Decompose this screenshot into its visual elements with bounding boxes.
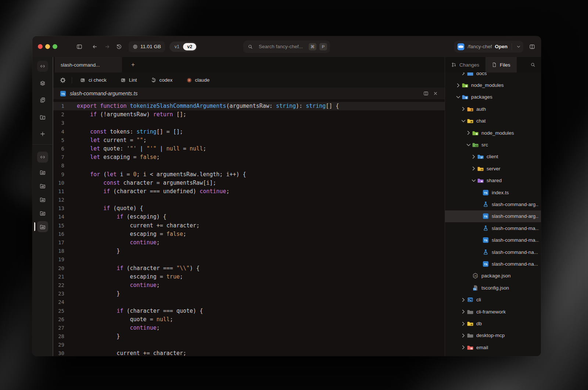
code-text: let escaping = false; xyxy=(77,153,160,162)
code-line-14: 14 if (escaping) { xyxy=(53,213,445,221)
new-tab-button[interactable]: + xyxy=(122,57,144,72)
tree-item-slash-command-na-[interactable]: TSslash-command-na... xyxy=(445,258,541,270)
line-number: 7 xyxy=(53,153,64,162)
chevron-spacer xyxy=(465,273,472,279)
chevron-right-icon xyxy=(460,321,467,327)
close-file-button[interactable] xyxy=(433,91,438,96)
toolbar-action-claude[interactable]: claude xyxy=(184,77,212,83)
rail-item-plus[interactable] xyxy=(34,125,51,142)
tab-changes[interactable]: Changes xyxy=(445,57,485,72)
chevron-spacer xyxy=(475,261,483,267)
line-number: 8 xyxy=(53,162,64,170)
tree-item-desktop-mcp[interactable]: desktop-mcp xyxy=(445,330,541,341)
toolbar-action-codex[interactable]: codex xyxy=(149,77,175,83)
tree-item-cli-framework[interactable]: cli-framework xyxy=(445,306,541,318)
folder-green-icon xyxy=(462,82,468,88)
tree-item-label: desktop-mcp xyxy=(476,333,505,338)
tree-item-label: index.ts xyxy=(492,190,509,195)
rail-item-folder-git[interactable] xyxy=(34,206,51,220)
line-number: 13 xyxy=(53,204,64,213)
tree-item-chat[interactable]: chat xyxy=(445,115,541,127)
rail-item-folder-git[interactable] xyxy=(34,179,51,192)
chevron-right-icon xyxy=(460,297,467,303)
line-number: 17 xyxy=(53,238,64,247)
toolbar-action-ci-check[interactable]: ci check xyxy=(78,77,109,83)
ide-window: 11.01 GB v1 v2 Search fancy-chef... ⌘ P … xyxy=(32,36,541,356)
rail-divider xyxy=(32,144,53,145)
code-editor[interactable]: 1export function tokenizeSlashCommandArg… xyxy=(53,100,445,356)
toolbar-action-lint[interactable]: Lint xyxy=(118,77,139,83)
project-selector[interactable]: /fancy-chef Open xyxy=(454,41,523,53)
chevron-right-icon xyxy=(470,166,477,171)
svg-text:TS: TS xyxy=(61,92,65,96)
toggle-right-panel-button[interactable] xyxy=(529,44,535,50)
tree-item-slash-command-arg-[interactable]: TSslash-command-arg... xyxy=(445,210,541,222)
code-text: } xyxy=(77,290,120,298)
tab-slash-command[interactable]: slash-command... xyxy=(55,57,122,72)
rail-item-folder-git[interactable] xyxy=(34,165,51,179)
folder-gray-icon xyxy=(467,332,473,338)
code-text: if (!argumentsRaw) return []; xyxy=(77,110,186,119)
tree-item-index-ts[interactable]: TSindex.ts xyxy=(445,187,541,198)
tree-item-tsconfig-json[interactable]: TStsconfig.json xyxy=(445,282,541,294)
code-text: const character = argumentsRaw[i]; xyxy=(77,179,216,187)
right-panel: Changes Files docsnode_modulespackagesau… xyxy=(445,57,541,356)
tree-item-db[interactable]: db xyxy=(445,318,541,329)
history-button[interactable] xyxy=(116,44,122,50)
code-text: continue; xyxy=(77,281,160,290)
toggle-sidebar-button[interactable] xyxy=(76,44,82,50)
line-number: 25 xyxy=(53,307,64,315)
code-line-16: 16 escaping = false; xyxy=(53,230,445,238)
tree-item-slash-command-ma-[interactable]: slash-command-ma... xyxy=(445,222,541,234)
rail-item-folder-git[interactable] xyxy=(34,220,51,233)
code-text: escaping = false; xyxy=(77,230,186,238)
storage-indicator[interactable]: 11.01 GB xyxy=(129,41,165,52)
tree-item-node-modules[interactable]: node_modules xyxy=(445,127,541,139)
chevron-right-icon xyxy=(470,154,477,160)
tree-item-label: slash-command-na... xyxy=(492,261,538,267)
tree-item-email[interactable]: email xyxy=(445,341,541,353)
line-number: 1 xyxy=(53,102,64,110)
rail-item-folder-git[interactable] xyxy=(34,192,51,206)
tree-item-slash-command-arg-[interactable]: slash-command-arg... xyxy=(445,198,541,210)
global-search-input[interactable]: Search fancy-chef... ⌘ P xyxy=(243,40,330,53)
line-number: 26 xyxy=(53,315,64,324)
version-toggle: v1 v2 xyxy=(169,42,197,52)
code-line-29: 29 xyxy=(53,341,445,349)
tree-item-packages[interactable]: packages xyxy=(445,91,541,103)
line-number: 3 xyxy=(53,119,64,127)
settings-gear-button[interactable] xyxy=(60,77,66,83)
tree-item-label: client xyxy=(487,154,498,159)
close-window-button[interactable] xyxy=(38,44,43,49)
tree-item-slash-command-na-[interactable]: slash-command-na... xyxy=(445,246,541,258)
rail-item-layers[interactable] xyxy=(34,75,51,92)
rail-item-code-chip[interactable] xyxy=(34,149,51,165)
rail-item-code-chip[interactable] xyxy=(34,58,51,75)
version-v2-option[interactable]: v2 xyxy=(183,43,196,50)
tree-item-server[interactable]: server xyxy=(445,163,541,174)
minimize-window-button[interactable] xyxy=(45,44,50,49)
rail-item-folder-plus[interactable] xyxy=(34,109,51,125)
tree-item-package-json[interactable]: JSpackage.json xyxy=(445,270,541,282)
tree-item-cli[interactable]: cli xyxy=(445,294,541,306)
tree-item-docs[interactable]: docs xyxy=(445,72,541,79)
tree-item-auth[interactable]: auth xyxy=(445,103,541,115)
code-text: quote = null; xyxy=(77,315,173,324)
tree-item-src[interactable]: src xyxy=(445,139,541,150)
back-button[interactable] xyxy=(92,44,98,50)
tree-item-node-modules[interactable]: node_modules xyxy=(445,79,541,91)
tree-item-shared[interactable]: shared xyxy=(445,175,541,187)
version-v1-option[interactable]: v1 xyxy=(170,44,183,49)
forward-button[interactable] xyxy=(104,44,110,50)
tree-item-client[interactable]: client xyxy=(445,151,541,163)
tree-item-hidden[interactable] xyxy=(445,354,541,356)
tab-files[interactable]: Files xyxy=(485,57,517,72)
tree-item-slash-command-ma-[interactable]: TSslash-command-ma... xyxy=(445,234,541,246)
rail-item-clipboard[interactable] xyxy=(34,92,51,109)
file-icon xyxy=(492,62,497,67)
split-editor-button[interactable] xyxy=(423,91,429,96)
tree-item-label: cli xyxy=(476,297,481,302)
maximize-window-button[interactable] xyxy=(53,44,57,49)
file-search-button[interactable] xyxy=(525,57,541,72)
chevron-right-icon xyxy=(460,106,467,112)
